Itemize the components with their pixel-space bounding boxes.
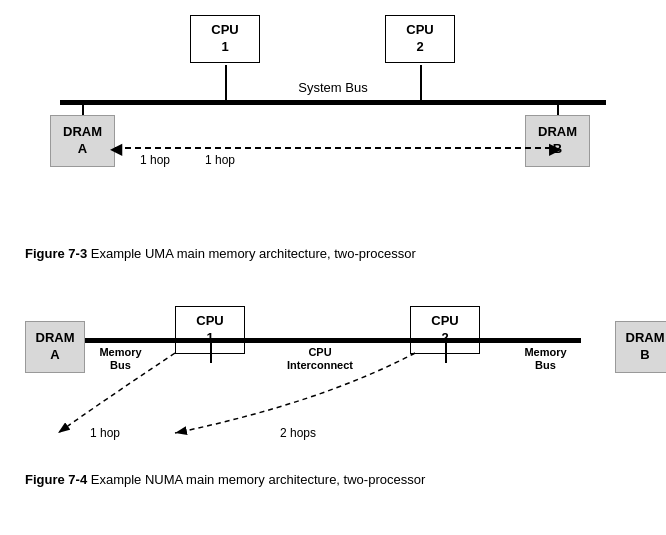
numa-hop1-label: 1 hop [90,426,120,440]
uma-dram-a-box: DRAM A [50,115,115,167]
uma-dram-b-label1: DRAM [538,124,577,139]
numa-figure-desc: Example NUMA main memory architecture, t… [87,472,425,487]
uma-cpu1-label2: 1 [221,39,228,54]
uma-dashed-line [115,147,551,149]
numa-hop2-label: 2 hops [280,426,316,440]
uma-hop1-label: 1 hop [140,153,170,167]
uma-cpu1-label1: CPU [211,22,238,37]
uma-figure-label: Figure 7-3 [25,246,87,261]
uma-hop2-label: 1 hop [205,153,235,167]
uma-system-bus [60,100,606,105]
numa-figure-caption: Figure 7-4 Example NUMA main memory arch… [20,472,646,487]
uma-arrow-right-icon: ▶ [549,139,561,158]
uma-cpu2-label2: 2 [416,39,423,54]
uma-dram-a-label2: A [78,141,87,156]
uma-cpu2-box: CPU 2 [385,15,455,63]
uma-system-bus-label: System Bus [20,80,646,95]
uma-diagram: CPU 1 CPU 2 System Bus DRAM A DRAM B ◀ [20,10,646,240]
diagram-container: CPU 1 CPU 2 System Bus DRAM A DRAM B ◀ [20,10,646,487]
numa-cpu2-label1: CPU [431,313,458,328]
numa-cpu1-label1: CPU [196,313,223,328]
uma-figure-desc: Example UMA main memory architecture, tw… [87,246,416,261]
uma-cpu1-box: CPU 1 [190,15,260,63]
uma-arrow-left-icon: ◀ [110,139,122,158]
numa-diagram: DRAM A CPU 1 CPU 2 DRAM B Memory Bus CP [20,281,646,466]
numa-figure-label: Figure 7-4 [25,472,87,487]
uma-dram-a-label1: DRAM [63,124,102,139]
uma-figure-caption: Figure 7-3 Example UMA main memory archi… [20,246,646,261]
uma-cpu2-label1: CPU [406,22,433,37]
